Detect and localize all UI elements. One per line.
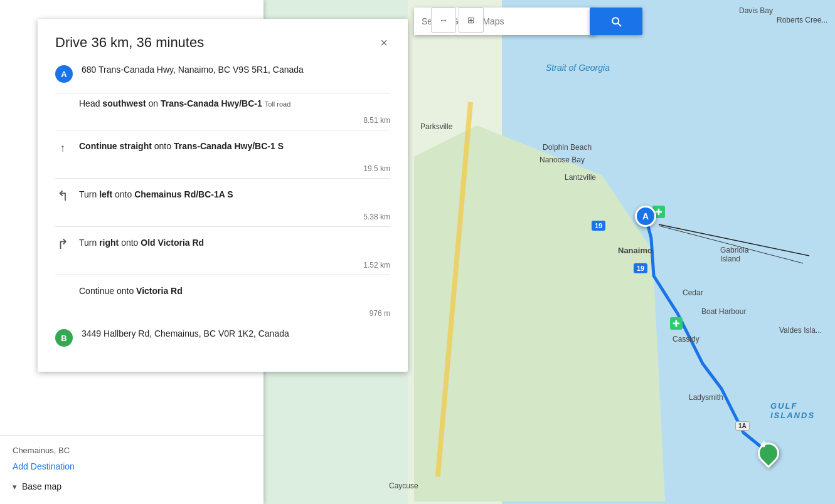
step-head-section: Head southwest on Trans-Canada Hwy/BC-1T…: [55, 93, 390, 130]
bottom-panel: Chemainus, BC Add Destination ▾ Base map: [0, 435, 263, 504]
add-destination-button[interactable]: Add Destination: [13, 461, 75, 471]
origin-address: 680 Trans-Canada Hwy, Nanaimo, BC V9S 5R…: [82, 64, 304, 76]
step-3-text: Turn right onto Old Victoria Rd: [79, 237, 204, 249]
search-button[interactable]: [590, 8, 642, 35]
grid-icon: ⊞: [467, 15, 475, 25]
step-4-section: Continue onto Victoria Rd 976 m: [55, 275, 390, 323]
distance-2: 19.5 km: [55, 160, 390, 178]
step-2-row: ↰ Turn left onto Chemainus Rd/BC-1A S: [55, 184, 390, 209]
marker-b: B: [758, 443, 779, 464]
base-map-row[interactable]: ▾ Base map: [13, 481, 251, 491]
distance-4: 1.52 km: [55, 257, 390, 275]
map-toolbar: ↔ ⊞: [431, 8, 484, 33]
turn-left-icon: ↰: [55, 189, 70, 204]
distance-3: 5.38 km: [55, 209, 390, 226]
step-3-section: ↱ Turn right onto Old Victoria Rd 1.52 k…: [55, 226, 390, 275]
close-button[interactable]: ×: [378, 34, 390, 51]
step-2-section: ↰ Turn left onto Chemainus Rd/BC-1A S 5.…: [55, 178, 390, 226]
directions-card: Drive 36 km, 36 minutes × A 680 Trans-Ca…: [38, 19, 408, 372]
step-1-text: Continue straight onto Trans-Canada Hwy/…: [79, 140, 284, 153]
continue-icon: [55, 285, 70, 300]
step-2-text: Turn left onto Chemainus Rd/BC-1A S: [79, 189, 233, 201]
distance-1: 8.51 km: [55, 112, 390, 130]
step-4-text: Continue onto Victoria Rd: [79, 285, 183, 298]
hospital-icon-2: ✚: [670, 317, 683, 330]
base-map-label: Base map: [22, 481, 61, 491]
directions-header: Drive 36 km, 36 minutes ×: [55, 34, 390, 51]
step-4-row: Continue onto Victoria Rd: [55, 280, 390, 305]
badge-a: A: [55, 65, 73, 83]
turn-right-icon: ↱: [55, 237, 70, 252]
directions-title: Drive 36 km, 36 minutes: [55, 34, 204, 51]
step-1-section: ↑ Continue straight onto Trans-Canada Hw…: [55, 130, 390, 178]
search-icon: [610, 15, 622, 28]
pin-a: A: [635, 206, 656, 227]
origin-row: A 680 Trans-Canada Hwy, Nanaimo, BC V9S …: [55, 64, 390, 83]
badge-b: B: [55, 329, 73, 347]
step-head: Head southwest on Trans-Canada Hwy/BC-1T…: [55, 98, 390, 112]
base-map-arrow-icon: ▾: [13, 482, 17, 491]
distance-5: 976 m: [55, 305, 390, 323]
chemainus-label: Chemainus, BC: [13, 446, 251, 455]
measure-icon: ↔: [439, 15, 448, 25]
destination-address: 3449 Hallbery Rd, Chemainus, BC V0R 1K2,…: [82, 328, 289, 340]
straight-icon: ↑: [55, 140, 70, 155]
toolbar-measure-btn[interactable]: ↔: [431, 8, 456, 33]
destination-row: B 3449 Hallbery Rd, Chemainus, BC V0R 1K…: [55, 328, 390, 347]
marker-a: A: [635, 206, 656, 227]
step-1-row: ↑ Continue straight onto Trans-Canada Hw…: [55, 135, 390, 160]
toolbar-grid-btn[interactable]: ⊞: [459, 8, 484, 33]
step-3-row: ↱ Turn right onto Old Victoria Rd: [55, 232, 390, 257]
